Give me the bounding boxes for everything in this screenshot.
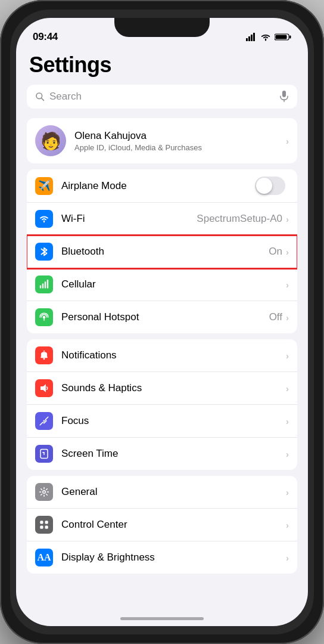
wifi-row[interactable]: Wi-Fi SpectrumSetup-A0 › <box>27 203 297 236</box>
bluetooth-inner-icon <box>40 246 48 257</box>
screen: 09:44 <box>16 18 308 626</box>
svg-point-19 <box>43 351 45 352</box>
svg-marker-20 <box>40 384 46 392</box>
bluetooth-icon <box>35 243 53 261</box>
mic-icon <box>279 91 289 103</box>
svg-rect-9 <box>282 91 286 97</box>
sounds-label: Sounds & Haptics <box>61 382 286 394</box>
svg-rect-5 <box>276 35 287 39</box>
svg-line-8 <box>41 98 43 100</box>
wifi-label: Wi-Fi <box>61 213 197 225</box>
wifi-chevron: › <box>286 214 289 224</box>
screentime-row[interactable]: Screen Time › <box>27 438 297 470</box>
bluetooth-row[interactable]: Bluetooth On › <box>27 236 297 268</box>
page-title: Settings <box>16 48 308 85</box>
cellular-icon <box>35 275 53 293</box>
connectivity-card: ✈️ Airplane Mode <box>27 169 297 333</box>
general-inner-icon <box>39 487 49 497</box>
svg-rect-14 <box>47 280 48 288</box>
svg-rect-11 <box>40 286 41 289</box>
display-label: Display & Brightness <box>61 552 286 564</box>
svg-rect-12 <box>42 283 43 288</box>
screentime-chevron: › <box>286 449 289 459</box>
controlcenter-icon <box>35 516 53 534</box>
profile-chevron: › <box>286 136 289 146</box>
wifi-value: SpectrumSetup-A0 <box>197 213 282 225</box>
screentime-inner-icon <box>39 448 49 459</box>
general-icon <box>35 483 53 501</box>
svg-rect-3 <box>253 33 255 41</box>
hotspot-icon <box>35 308 53 326</box>
search-placeholder: Search <box>49 91 275 103</box>
focus-inner-icon <box>39 416 49 426</box>
svg-point-25 <box>43 491 46 494</box>
content-scroll[interactable]: Settings Search <box>16 48 308 626</box>
signal-icon <box>246 33 257 41</box>
display-row[interactable]: AA Display & Brightness › <box>27 541 297 574</box>
profile-subtitle: Apple ID, iCloud, Media & Purchases <box>74 143 286 152</box>
sounds-row[interactable]: Sounds & Haptics › <box>27 372 297 405</box>
svg-rect-28 <box>40 526 43 529</box>
cellular-inner-icon <box>39 280 49 289</box>
notifications-label: Notifications <box>61 349 286 361</box>
notifications-inner-icon <box>39 350 49 361</box>
svg-rect-29 <box>45 526 48 529</box>
svg-rect-1 <box>248 36 250 41</box>
wifi-icon <box>35 210 53 228</box>
avatar: 🧑 <box>35 125 66 156</box>
focus-icon <box>35 412 53 430</box>
svg-rect-27 <box>45 521 48 524</box>
bluetooth-label: Bluetooth <box>61 246 269 258</box>
hotspot-inner-icon <box>39 312 49 323</box>
focus-row[interactable]: Focus › <box>27 405 297 438</box>
general-card: General › Control <box>27 476 297 574</box>
airplane-label: Airplane Mode <box>61 180 255 192</box>
hotspot-row[interactable]: Personal Hotspot Off › <box>27 301 297 333</box>
hotspot-chevron: › <box>286 312 289 323</box>
profile-card: 🧑 Olena Kahujova Apple ID, iCloud, Media… <box>27 118 297 163</box>
cellular-row[interactable]: Cellular › <box>27 268 297 301</box>
svg-rect-6 <box>289 36 291 39</box>
svg-point-21 <box>43 420 45 422</box>
controlcenter-inner-icon <box>39 519 49 530</box>
notifications-card: Notifications › Sounds & Haptics › <box>27 339 297 470</box>
notch <box>114 18 210 37</box>
profile-row[interactable]: 🧑 Olena Kahujova Apple ID, iCloud, Media… <box>27 118 297 163</box>
cellular-chevron: › <box>286 280 289 290</box>
svg-rect-0 <box>246 38 248 41</box>
controlcenter-row[interactable]: Control Center › <box>27 509 297 541</box>
status-icons <box>246 33 291 41</box>
display-chevron: › <box>286 553 289 563</box>
hotspot-label: Personal Hotspot <box>61 311 269 323</box>
airplane-mode-row[interactable]: ✈️ Airplane Mode <box>27 169 297 203</box>
focus-label: Focus <box>61 415 286 427</box>
focus-chevron: › <box>286 416 289 426</box>
status-time: 09:44 <box>33 31 58 43</box>
profile-info: Olena Kahujova Apple ID, iCloud, Media &… <box>74 130 286 152</box>
general-label: General <box>61 486 286 498</box>
cellular-label: Cellular <box>61 278 286 290</box>
search-bar[interactable]: Search <box>27 85 297 109</box>
sounds-inner-icon <box>39 383 49 394</box>
screentime-label: Screen Time <box>61 448 286 460</box>
controlcenter-label: Control Center <box>61 519 286 531</box>
general-chevron: › <box>286 487 289 497</box>
notifications-chevron: › <box>286 351 289 361</box>
airplane-icon: ✈️ <box>35 177 53 195</box>
search-icon <box>35 92 45 101</box>
svg-rect-2 <box>251 35 253 41</box>
sounds-chevron: › <box>286 383 289 394</box>
airplane-toggle[interactable] <box>255 177 285 195</box>
notifications-row[interactable]: Notifications › <box>27 339 297 372</box>
phone-inner: 09:44 <box>10 10 314 634</box>
svg-rect-13 <box>45 281 46 288</box>
display-icon: AA <box>35 549 53 566</box>
airplane-toggle-knob <box>256 178 272 194</box>
svg-rect-26 <box>40 521 43 524</box>
svg-rect-17 <box>40 357 48 358</box>
bluetooth-value: On <box>269 246 282 258</box>
profile-name: Olena Kahujova <box>74 130 286 142</box>
home-indicator <box>120 617 204 620</box>
bluetooth-chevron: › <box>286 247 289 257</box>
general-row[interactable]: General › <box>27 476 297 509</box>
